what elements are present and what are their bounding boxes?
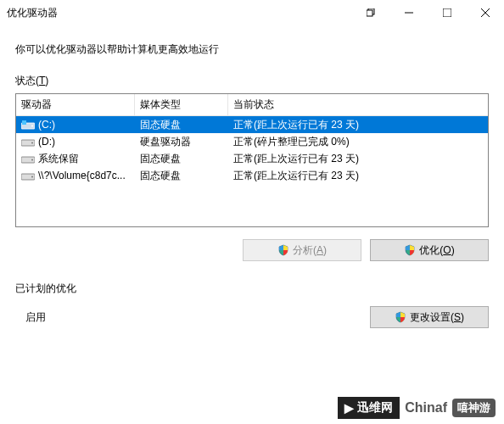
- table-header: 驱动器 媒体类型 当前状态: [16, 94, 488, 116]
- shield-icon: [395, 311, 406, 323]
- cell-media: 固态硬盘: [135, 150, 228, 168]
- drive-label: \\?\Volume{c8d7c...: [38, 170, 126, 181]
- window-title: 优化驱动器: [7, 6, 58, 20]
- shield-icon: [404, 244, 416, 256]
- table-row[interactable]: (D:) 硬盘驱动器 正常(碎片整理已完成 0%): [16, 133, 488, 150]
- watermark-text: Chinaf: [405, 400, 447, 416]
- optimize-button[interactable]: 优化(O): [370, 239, 489, 261]
- cell-status: 正常(距上次运行已有 23 天): [228, 150, 488, 168]
- restore-icon[interactable]: [351, 0, 389, 25]
- cell-drive: 系统保留: [16, 150, 135, 168]
- watermark-brand: ▶ 迅维网: [338, 397, 400, 419]
- table-row[interactable]: 系统保留 固态硬盘 正常(距上次运行已有 23 天): [16, 150, 488, 167]
- table-row[interactable]: (C:) 固态硬盘 正常(距上次运行已有 23 天): [16, 116, 488, 133]
- header-drive[interactable]: 驱动器: [16, 94, 135, 115]
- svg-point-10: [31, 142, 33, 144]
- svg-point-12: [31, 159, 33, 161]
- cell-drive: (C:): [16, 117, 135, 132]
- svg-point-7: [31, 126, 33, 127]
- svg-rect-1: [367, 10, 372, 16]
- description-text: 你可以优化驱动器以帮助计算机更高效地运行: [0, 25, 504, 74]
- table-row[interactable]: \\?\Volume{c8d7c... 固态硬盘 正常(距上次运行已有 23 天…: [16, 167, 488, 184]
- maximize-icon[interactable]: [428, 0, 466, 25]
- drive-label: (D:): [38, 136, 55, 148]
- action-buttons: 分析(A) 优化(O): [0, 227, 504, 261]
- analyze-button: 分析(A): [243, 239, 361, 261]
- header-status[interactable]: 当前状态: [228, 94, 488, 115]
- status-label: 状态(T): [15, 74, 489, 88]
- drive-icon: [21, 120, 35, 130]
- schedule-title: 已计划的优化: [15, 282, 489, 296]
- drive-icon: [21, 170, 35, 181]
- drive-icon: [21, 137, 35, 147]
- title-bar: 优化驱动器: [0, 0, 504, 25]
- cell-status: 正常(距上次运行已有 23 天): [228, 116, 488, 134]
- watermark: ▶ 迅维网 Chinaf 嘻神游: [338, 397, 496, 419]
- shield-icon: [277, 244, 289, 256]
- cell-drive: (D:): [16, 134, 135, 149]
- minimize-icon[interactable]: [389, 0, 428, 25]
- close-icon[interactable]: [466, 0, 504, 25]
- schedule-enable-label: 启用: [25, 310, 370, 325]
- header-media[interactable]: 媒体类型: [135, 94, 228, 115]
- schedule-section: 已计划的优化: [0, 261, 504, 303]
- cell-drive: \\?\Volume{c8d7c...: [16, 168, 135, 183]
- svg-point-14: [31, 176, 33, 178]
- svg-rect-3: [443, 8, 451, 17]
- cell-status: 正常(距上次运行已有 23 天): [228, 167, 488, 185]
- cell-media: 固态硬盘: [135, 116, 228, 134]
- drives-table: 驱动器 媒体类型 当前状态 (C:) 固态硬盘 正常(距上次运行已有 23 天)…: [15, 93, 489, 227]
- window-controls: [351, 0, 504, 25]
- svg-rect-8: [22, 120, 26, 125]
- drive-icon: [21, 153, 35, 164]
- cell-status: 正常(碎片整理已完成 0%): [228, 133, 488, 151]
- drive-label: (C:): [38, 119, 55, 131]
- cell-media: 硬盘驱动器: [135, 133, 228, 151]
- change-settings-button[interactable]: 更改设置(S): [370, 306, 489, 328]
- cell-media: 固态硬盘: [135, 167, 228, 185]
- play-icon: ▶: [344, 401, 354, 415]
- watermark-tag: 嘻神游: [452, 399, 496, 417]
- drive-label: 系统保留: [38, 152, 79, 166]
